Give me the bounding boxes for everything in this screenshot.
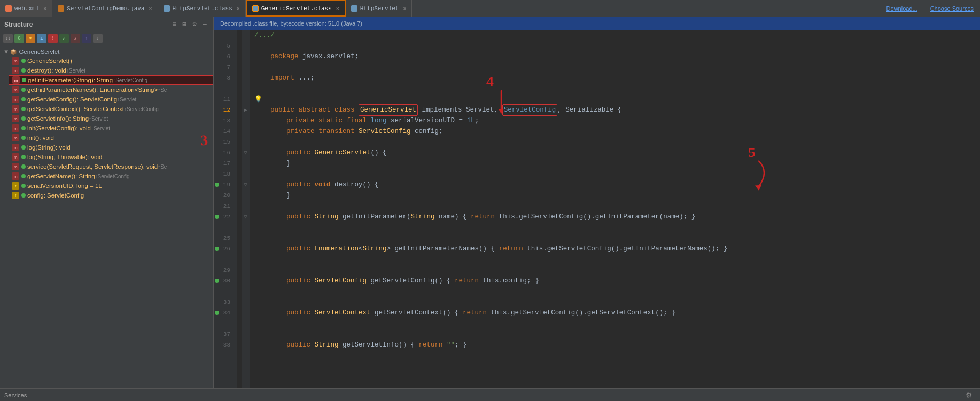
tab-generic-servlet-class-close[interactable]: ✕ xyxy=(336,5,339,12)
item-getServletName-parent: ↑ServletConfig xyxy=(95,174,130,179)
tree-item-getServletContext[interactable]: m getServletContext(): ServletContext ↑S… xyxy=(9,104,213,114)
minimize-btn[interactable]: — xyxy=(200,20,209,29)
fold-16[interactable]: ▽ xyxy=(242,147,250,158)
code-content: ▶ ▽ ▽ ▽ /.../ xyxy=(237,30,980,388)
filter-check-btn[interactable]: ✓ xyxy=(59,34,69,43)
ln-blank5 xyxy=(214,318,234,329)
code-line-22: public String getInitParameter(String na… xyxy=(254,211,980,222)
code-line-blank1 xyxy=(254,83,980,94)
root-expand: ▼ xyxy=(3,49,9,55)
ln-37: 37 xyxy=(214,329,234,340)
method-icon-log-string: m xyxy=(12,144,19,151)
item-getInitParameter-parent: ↑ServletConfig xyxy=(113,77,147,83)
tab-http-servlet-close[interactable]: ✕ xyxy=(403,5,406,12)
ln-25: 25 xyxy=(214,233,234,243)
tree-item-getServletName[interactable]: m getServletName(): String ↑ServletConfi… xyxy=(9,171,213,181)
tab-http-servlet-class-close[interactable]: ✕ xyxy=(237,5,240,12)
line-marker-19 xyxy=(215,183,219,187)
tab-servlet-config-demo-close[interactable]: ✕ xyxy=(149,5,152,12)
filter-red-btn[interactable]: ! xyxy=(48,34,58,43)
method-icon-getServletContext: m xyxy=(12,105,19,113)
tab-servlet-config-demo[interactable]: ServletConfigDemo.java ✕ xyxy=(52,0,158,17)
fold-gutter: ▶ ▽ ▽ ▽ xyxy=(242,30,250,388)
ln-blank1 xyxy=(214,83,234,94)
method-icon-getServletName: m xyxy=(12,172,19,180)
fold-19[interactable]: ▽ xyxy=(242,179,250,190)
item-getServletInfo-parent: ↑Servlet xyxy=(89,116,108,122)
item-service-parent: ↑Se xyxy=(158,164,167,170)
bulb-icon[interactable]: 💡 xyxy=(254,94,262,105)
tree-item-getServletInfo[interactable]: m getServletInfo(): String ↑Servlet xyxy=(9,114,213,123)
structure-tree[interactable]: ▼ 📦 GenericServlet m GenericServlet() m … xyxy=(0,45,213,388)
tab-http-servlet-class-label: HttpServlet.class xyxy=(173,5,232,12)
tree-item-serialVersionUID[interactable]: f serialVersionUID: long = 1L xyxy=(9,181,213,191)
class-active-icon xyxy=(252,5,259,12)
tree-item-getServletConfig[interactable]: m getServletConfig(): ServletConfig ↑Ser… xyxy=(9,95,213,104)
item-getInitParameterNames-name: getInitParameterNames(): Enumeration<Str… xyxy=(27,87,158,93)
ln-18: 18 xyxy=(214,169,234,179)
code-line-blank3 xyxy=(254,254,980,265)
tree-item-config[interactable]: f config: ServletConfig xyxy=(9,191,213,200)
download-link[interactable]: Download... xyxy=(880,5,924,12)
method-icon-constructor: m xyxy=(12,57,19,65)
ln-34: 34 xyxy=(214,308,234,318)
code-line-7 xyxy=(254,62,980,73)
fold-22[interactable]: ▽ xyxy=(242,211,250,222)
filter-green-btn[interactable]: G xyxy=(14,34,24,43)
ln-11: 11 xyxy=(214,94,234,105)
ln-5: 5 xyxy=(214,41,234,51)
settings-gear-icon[interactable]: ⚙ xyxy=(966,391,973,399)
filter-down-btn[interactable]: ↓ xyxy=(93,34,103,43)
fold-12[interactable]: ▶ xyxy=(242,105,250,115)
structure-header: Structure ≡ ⊞ ⚙ — xyxy=(0,17,213,32)
ln-15: 15 xyxy=(214,137,234,147)
code-line-8: import ...; xyxy=(254,73,980,83)
ln-21: 21 xyxy=(214,201,234,211)
tree-item-destroy[interactable]: m destroy(): void ↑Servlet xyxy=(9,66,213,75)
line-marker-30 xyxy=(215,279,219,283)
filter-orange-btn[interactable]: ● xyxy=(26,34,35,43)
tab-generic-servlet-class-label: GenericServlet.class xyxy=(261,5,332,12)
group-btn[interactable]: ⊞ xyxy=(180,20,189,29)
tree-item-init-config[interactable]: m init(ServletConfig): void ↑Servlet xyxy=(9,123,213,133)
filter-arrow-btn[interactable]: ↑ xyxy=(82,34,91,43)
tab-http-servlet-class[interactable]: HttpServlet.class ✕ xyxy=(158,0,246,17)
structure-toolbar: ≡ ⊞ ⚙ — xyxy=(170,20,209,29)
ln-blank3 xyxy=(214,254,234,265)
code-line-17: } xyxy=(254,158,980,169)
code-line-20: } xyxy=(254,190,980,201)
ln-26: 26 xyxy=(214,243,234,254)
tree-item-getInitParameterNames[interactable]: m getInitParameterNames(): Enumeration<S… xyxy=(9,85,213,95)
tree-root-node[interactable]: ▼ 📦 GenericServlet xyxy=(0,48,213,56)
info-bar-message: Decompiled .class file, bytecode version… xyxy=(220,20,362,27)
code-line-5 xyxy=(254,41,980,51)
tree-item-getInitParameter[interactable]: m getInitParameter(String): String ↑Serv… xyxy=(9,75,213,85)
filter-blue-btn[interactable]: i xyxy=(37,34,46,43)
tab-generic-servlet-class[interactable]: GenericServlet.class ✕ xyxy=(246,0,346,17)
sort-btn[interactable]: ≡ xyxy=(170,20,178,29)
item-getServletConfig-parent: ↑Servlet xyxy=(117,97,136,103)
code-editor[interactable]: 5 6 7 8 11 12 13 14 15 16 17 18 19 20 21 xyxy=(214,30,980,388)
code-line-13: private static final long serialVersionU… xyxy=(254,115,980,126)
tab-web-xml-close[interactable]: ✕ xyxy=(43,5,46,12)
code-line-38: public String getServletInfo() { return … xyxy=(254,340,980,350)
tree-item-init[interactable]: m init(): void xyxy=(9,133,213,143)
tree-item-constructor[interactable]: m GenericServlet() xyxy=(9,56,213,66)
item-getServletConfig-name: getServletConfig(): ServletConfig xyxy=(27,96,117,103)
choose-sources-link[interactable]: Choose Sources xyxy=(924,5,980,12)
tab-web-xml[interactable]: web.xml ✕ xyxy=(0,0,52,17)
editor-wrapper: Decompiled .class file, bytecode version… xyxy=(214,17,980,388)
filter-x-btn[interactable]: ✗ xyxy=(71,34,80,43)
settings-btn[interactable]: ⚙ xyxy=(190,20,199,29)
visibility-getInitParameter xyxy=(22,78,26,82)
tab-http-servlet[interactable]: HttpServlet ✕ xyxy=(346,0,413,17)
visibility-public xyxy=(21,59,26,63)
tree-item-log-string[interactable]: m log(String): void xyxy=(9,143,213,152)
sort-alpha-btn[interactable]: ↕↕ xyxy=(3,34,13,43)
tab-http-servlet-label: HttpServlet xyxy=(360,5,399,12)
tree-item-log-throwable[interactable]: m log(String, Throwable): void xyxy=(9,152,213,162)
visibility-getServletConfig xyxy=(21,97,26,101)
tree-item-service[interactable]: m service(ServletRequest, ServletRespons… xyxy=(9,162,213,171)
method-icon-service: m xyxy=(12,163,19,170)
code-line-16: public GenericServlet() { xyxy=(254,147,980,158)
